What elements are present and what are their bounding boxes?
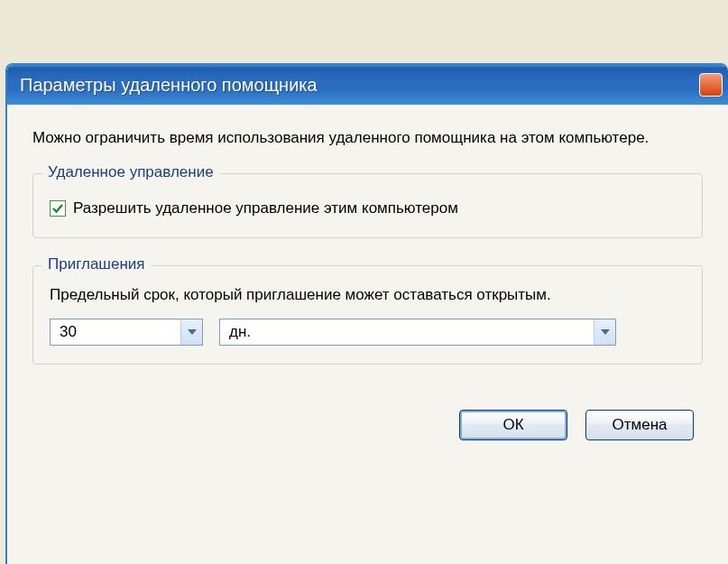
invitation-unit-value: дн.	[220, 319, 594, 345]
invitation-amount-select[interactable]: 30	[50, 319, 203, 346]
invitation-amount-value: 30	[51, 319, 180, 345]
allow-remote-control-checkbox[interactable]: Разрешить удаленное управление этим комп…	[50, 199, 686, 217]
invitation-unit-select[interactable]: дн.	[219, 319, 616, 346]
button-row: ОК Отмена	[32, 392, 703, 440]
remote-control-group: Удаленное управление Разрешить удаленное…	[32, 173, 703, 238]
chevron-down-icon	[180, 319, 202, 345]
invitation-duration-label: Предельный срок, который приглашение мож…	[50, 286, 686, 304]
dialog-window: Параметры удаленного помощника Можно огр…	[5, 63, 728, 564]
window-title: Параметры удаленного помощника	[20, 75, 318, 96]
invitations-legend: Приглашения	[42, 255, 151, 273]
close-button[interactable]	[699, 73, 723, 97]
checkmark-icon	[51, 202, 64, 215]
dialog-content: Можно ограничить время использования уда…	[7, 105, 728, 449]
ok-button[interactable]: ОК	[459, 410, 567, 440]
titlebar[interactable]: Параметры удаленного помощника	[7, 65, 728, 105]
checkbox-box	[50, 200, 66, 217]
remote-control-legend: Удаленное управление	[42, 163, 219, 181]
chevron-down-icon	[594, 319, 615, 345]
cancel-button[interactable]: Отмена	[585, 410, 694, 440]
intro-text: Можно ограничить время использования уда…	[32, 126, 703, 150]
invitations-group: Приглашения Предельный срок, который при…	[32, 265, 703, 365]
checkbox-label: Разрешить удаленное управление этим комп…	[73, 199, 458, 217]
